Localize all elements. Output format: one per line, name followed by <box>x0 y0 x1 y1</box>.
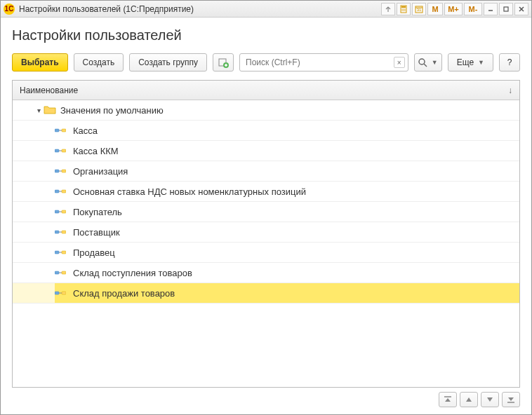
svg-rect-31 <box>62 190 66 193</box>
tree-item-row[interactable]: Поставщик <box>13 222 519 243</box>
setting-item-icon <box>55 269 66 276</box>
folder-icon <box>44 105 56 115</box>
search-icon <box>418 58 427 67</box>
svg-rect-24 <box>55 149 59 152</box>
svg-rect-25 <box>62 149 66 152</box>
item-label: Продавец <box>73 247 115 258</box>
page-title: Настройки пользователей <box>12 27 520 43</box>
tree-group-row[interactable]: ▾Значения по умолчанию <box>13 100 519 121</box>
nav-up-button[interactable] <box>460 392 478 407</box>
svg-marker-49 <box>445 398 451 402</box>
tree-item-row[interactable]: Склад поступления товаров <box>13 263 519 283</box>
tree-item-row[interactable]: Склад продажи товаров <box>13 283 519 304</box>
svg-rect-45 <box>55 292 59 294</box>
setting-item-icon <box>55 229 66 236</box>
search-clear-button[interactable]: × <box>394 57 405 68</box>
svg-point-2 <box>401 8 402 9</box>
svg-rect-30 <box>55 190 59 193</box>
calendar-icon[interactable]: 31 <box>412 3 426 15</box>
window-title: Настройки пользователей (1С:Предприятие) <box>19 4 377 14</box>
calculator-icon[interactable] <box>397 3 411 15</box>
item-label: Склад поступления товаров <box>73 268 192 278</box>
svg-text:31: 31 <box>417 8 422 12</box>
more-button[interactable]: Еще ▼ <box>448 53 493 72</box>
svg-marker-50 <box>466 397 472 402</box>
svg-rect-34 <box>62 210 66 213</box>
setting-item-icon <box>55 168 66 175</box>
tree-item-row[interactable]: Продавец <box>13 243 519 263</box>
tree-item-row[interactable]: Касса <box>13 121 519 141</box>
content-area: Настройки пользователей Выбрать Создать … <box>1 18 531 414</box>
item-label: Склад продажи товаров <box>73 288 175 299</box>
tree-item-row[interactable]: Организация <box>13 161 519 182</box>
svg-rect-40 <box>62 251 66 254</box>
svg-rect-36 <box>55 231 59 233</box>
nav-last-button[interactable] <box>502 392 520 407</box>
memory-m-button[interactable]: M <box>427 3 443 15</box>
search-box[interactable]: × <box>239 53 408 72</box>
create-button[interactable]: Создать <box>74 53 124 72</box>
table-header[interactable]: Наименование ↓ <box>13 81 519 100</box>
help-button[interactable]: ? <box>499 53 520 72</box>
svg-point-7 <box>404 10 405 11</box>
memory-mplus-button[interactable]: M+ <box>444 3 463 15</box>
svg-rect-28 <box>62 170 66 172</box>
setting-item-icon <box>55 127 66 134</box>
svg-point-3 <box>403 8 404 9</box>
setting-item-icon <box>55 290 66 297</box>
footer-navigation <box>12 388 520 407</box>
close-button[interactable] <box>514 3 528 15</box>
svg-rect-42 <box>55 271 59 274</box>
svg-rect-1 <box>401 6 406 8</box>
select-button[interactable]: Выбрать <box>12 53 68 72</box>
table-body: ▾Значения по умолчаниюКассаКасса ККМОрга… <box>13 100 519 387</box>
app-icon: 1C <box>4 4 15 15</box>
item-label: Касса <box>73 125 98 136</box>
memory-mminus-button[interactable]: M- <box>464 3 482 15</box>
svg-rect-46 <box>62 292 66 294</box>
svg-point-4 <box>404 8 405 9</box>
maximize-button[interactable] <box>499 3 513 15</box>
setting-item-icon <box>55 208 66 215</box>
svg-rect-27 <box>55 170 59 172</box>
item-label: Организация <box>73 166 128 177</box>
search-menu-button[interactable]: ▼ <box>414 53 442 72</box>
search-input[interactable] <box>243 57 394 67</box>
nav-down-button[interactable] <box>481 392 499 407</box>
collapse-icon[interactable]: ▾ <box>34 107 44 114</box>
item-label: Покупатель <box>73 207 122 217</box>
tree-item-row[interactable]: Покупатель <box>13 202 519 222</box>
nav-first-button[interactable] <box>439 392 457 407</box>
add-item-icon-button[interactable] <box>213 53 234 72</box>
setting-item-icon <box>55 188 66 195</box>
svg-rect-33 <box>55 210 59 213</box>
svg-marker-51 <box>487 397 493 402</box>
chevron-down-icon: ▼ <box>478 59 484 66</box>
create-group-button[interactable]: Создать группу <box>129 53 207 72</box>
toolbar-icon-link[interactable] <box>381 3 395 15</box>
svg-rect-43 <box>62 271 66 274</box>
svg-line-20 <box>424 64 427 67</box>
chevron-down-icon: ▼ <box>432 59 438 66</box>
svg-rect-22 <box>62 129 66 132</box>
svg-rect-37 <box>62 231 66 233</box>
minimize-button[interactable] <box>484 3 498 15</box>
titlebar-controls: 31 M M+ M- <box>381 3 528 15</box>
item-label: Касса ККМ <box>73 146 119 156</box>
sort-indicator-icon: ↓ <box>508 86 512 95</box>
tree-item-row[interactable]: Основная ставка НДС новых номенклатурных… <box>13 182 519 202</box>
setting-item-icon <box>55 249 66 256</box>
tree-item-row[interactable]: Касса ККМ <box>13 141 519 161</box>
titlebar: 1C Настройки пользователей (1С:Предприят… <box>1 1 531 18</box>
window-frame: 1C Настройки пользователей (1С:Предприят… <box>0 0 532 415</box>
svg-point-19 <box>419 59 425 64</box>
item-label: Основная ставка НДС новых номенклатурных… <box>73 186 306 197</box>
svg-rect-21 <box>55 129 59 132</box>
svg-point-5 <box>401 10 402 11</box>
svg-point-6 <box>403 10 404 11</box>
column-header-name: Наименование <box>20 86 78 95</box>
item-label: Поставщик <box>73 227 120 238</box>
svg-rect-12 <box>504 7 508 11</box>
table-container: Наименование ↓ ▾Значения по умолчаниюКас… <box>12 80 520 388</box>
toolbar: Выбрать Создать Создать группу × ▼ Еще ▼… <box>12 53 520 72</box>
